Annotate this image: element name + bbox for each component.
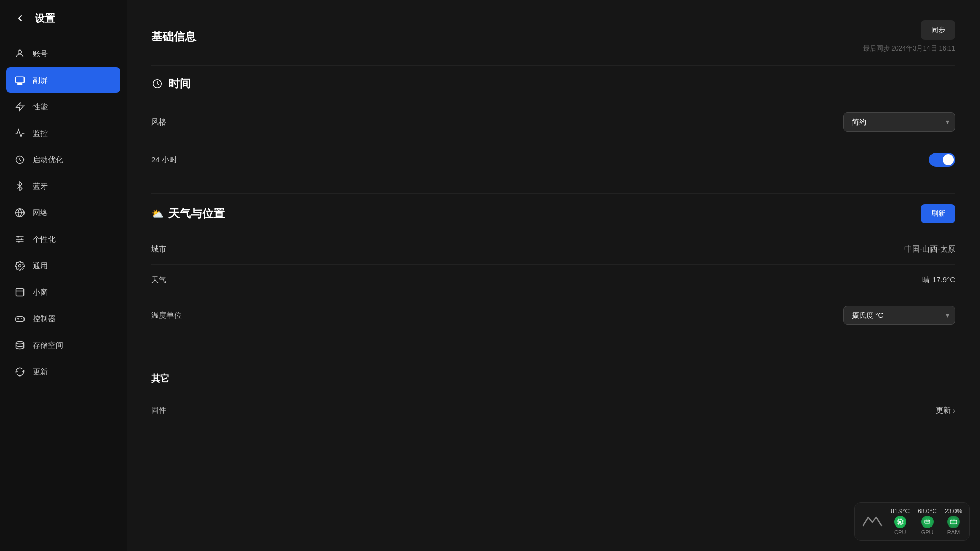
weather-label: 天气 — [151, 275, 166, 285]
weather-section: ⛅ 天气与位置 刷新 城市 中国-山西-太原 天气 晴 17.9°C 温度单位 … — [151, 194, 955, 335]
sidebar-item-performance[interactable]: 性能 — [6, 94, 120, 119]
bluetooth-icon — [14, 181, 26, 192]
update-icon — [14, 366, 26, 378]
sidebar-label-personalize: 个性化 — [33, 235, 56, 244]
back-arrow-icon — [12, 10, 29, 27]
sidebar-label-startup: 启动优化 — [33, 155, 63, 165]
svg-point-8 — [17, 236, 19, 237]
sidebar-label-general: 通用 — [33, 261, 48, 271]
network-icon — [14, 207, 26, 218]
style-select[interactable]: 简约 详细 数字 — [843, 112, 955, 132]
settings-title: 设置 — [35, 12, 55, 26]
sidebar-label-monitor: 监控 — [33, 129, 48, 138]
refresh-button[interactable]: 刷新 — [921, 204, 955, 223]
basic-info-header: 基础信息 同步 最后同步 2024年3月14日 16:11 — [151, 20, 955, 53]
clock-icon — [151, 78, 163, 90]
chevron-right-icon: › — [953, 406, 955, 415]
gpu-label: GPU — [921, 529, 934, 535]
sidebar-item-storage[interactable]: 存储空间 — [6, 333, 120, 358]
style-row: 风格 简约 详细 数字 ▾ — [151, 102, 955, 142]
status-widget[interactable]: 81.9°C CPU 68.0°C GPU 23.0% — [854, 502, 970, 541]
time-title: 时间 — [151, 76, 191, 91]
back-button[interactable]: 设置 — [0, 0, 127, 37]
ram-label: RAM — [947, 529, 960, 535]
main-content: 基础信息 同步 最后同步 2024年3月14日 16:11 时间 风格 — [127, 0, 980, 551]
sidebar-label-account: 账号 — [33, 49, 48, 59]
ram-metric: 23.0% RAM — [945, 508, 962, 535]
controller-icon — [14, 313, 26, 324]
cpu-label: CPU — [894, 529, 906, 535]
sidebar-item-general[interactable]: 通用 — [6, 253, 120, 279]
sidebar-label-performance: 性能 — [33, 102, 48, 112]
sidebar-item-startup[interactable]: 启动优化 — [6, 147, 120, 172]
sidebar-item-network[interactable]: 网络 — [6, 200, 120, 226]
toggle-knob — [943, 154, 954, 165]
sidebar-label-storage: 存储空间 — [33, 341, 63, 350]
time-section: 时间 风格 简约 详细 数字 ▾ 24 小时 — [151, 66, 955, 177]
firmware-update-button[interactable]: 更新 › — [936, 406, 955, 415]
sidebar-item-widget[interactable]: 小窗 — [6, 280, 120, 305]
sidebar-item-account[interactable]: 账号 — [6, 41, 120, 66]
secondary-screen-icon — [14, 74, 26, 86]
sidebar-nav: 账号 副屏 性能 — [0, 37, 127, 551]
ram-icon — [947, 516, 960, 528]
other-section: 其它 固件 更新 › — [151, 352, 955, 425]
svg-point-0 — [18, 50, 22, 54]
weather-row: 天气 晴 17.9°C — [151, 265, 955, 295]
city-label: 城市 — [151, 244, 166, 254]
style-select-wrapper: 简约 详细 数字 ▾ — [843, 112, 955, 132]
sidebar-label-widget: 小窗 — [33, 288, 48, 297]
personalize-icon — [14, 234, 26, 245]
startup-icon — [14, 154, 26, 165]
weather-icon: ⛅ — [151, 208, 163, 220]
city-row: 城市 中国-山西-太原 — [151, 234, 955, 265]
weather-title: ⛅ 天气与位置 — [151, 206, 225, 221]
firmware-update-label: 更新 — [936, 406, 951, 415]
weather-value: 晴 17.9°C — [922, 275, 955, 285]
sidebar-item-monitor[interactable]: 监控 — [6, 120, 120, 146]
cpu-icon — [894, 516, 906, 528]
city-value: 中国-山西-太原 — [904, 244, 955, 254]
sidebar-item-personalize[interactable]: 个性化 — [6, 227, 120, 252]
temp-unit-label: 温度单位 — [151, 311, 182, 320]
style-label: 风格 — [151, 117, 166, 127]
cpu-metric: 81.9°C CPU — [891, 508, 910, 535]
svg-rect-12 — [16, 289, 24, 296]
svg-point-10 — [18, 241, 20, 242]
gpu-metric: 68.0°C GPU — [918, 508, 937, 535]
basic-info-title: 基础信息 — [151, 29, 196, 44]
sidebar-label-update: 更新 — [33, 367, 48, 377]
svg-point-11 — [19, 265, 21, 267]
sidebar-item-controller[interactable]: 控制器 — [6, 306, 120, 332]
hour24-label: 24 小时 — [151, 155, 177, 165]
sidebar-label-controller: 控制器 — [33, 314, 56, 324]
other-title: 其它 — [151, 362, 169, 385]
other-title-row: 其它 — [151, 352, 955, 395]
ram-percent: 23.0% — [945, 508, 962, 515]
svg-point-9 — [21, 238, 22, 240]
sidebar-item-bluetooth[interactable]: 蓝牙 — [6, 173, 120, 199]
svg-rect-1 — [16, 77, 24, 83]
last-sync-info: 最后同步 2024年3月14日 16:11 — [863, 44, 955, 53]
hour24-toggle[interactable] — [929, 153, 955, 167]
temp-unit-select-wrapper: 摄氏度 °C 华氏度 °F ▾ — [843, 306, 955, 325]
account-icon — [14, 48, 26, 59]
sidebar-item-update[interactable]: 更新 — [6, 359, 120, 385]
svg-rect-17 — [899, 521, 901, 523]
hour24-row: 24 小时 — [151, 142, 955, 177]
monitor-icon — [14, 128, 26, 139]
gpu-temp: 68.0°C — [918, 508, 937, 515]
sidebar-item-secondary-screen[interactable]: 副屏 — [6, 67, 120, 93]
widget-icon — [14, 287, 26, 298]
brand-logo — [862, 514, 883, 529]
time-section-title-row: 时间 — [151, 66, 955, 102]
sidebar-label-network: 网络 — [33, 208, 48, 218]
temp-unit-row: 温度单位 摄氏度 °C 华氏度 °F ▾ — [151, 295, 955, 335]
firmware-label: 固件 — [151, 406, 166, 415]
sidebar-label-secondary-screen: 副屏 — [33, 76, 48, 85]
sync-button[interactable]: 同步 — [921, 20, 955, 40]
storage-icon — [14, 340, 26, 351]
performance-icon — [14, 101, 26, 112]
gpu-icon — [921, 516, 934, 528]
temp-unit-select[interactable]: 摄氏度 °C 华氏度 °F — [843, 306, 955, 325]
